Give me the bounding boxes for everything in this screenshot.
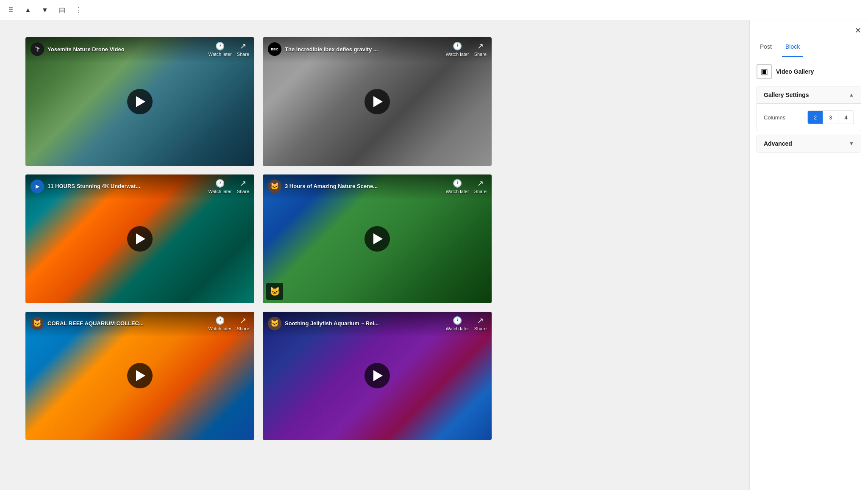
clock-icon: 🕐: [453, 179, 462, 188]
video-actions: 🕐Watch later↗Share: [445, 316, 487, 331]
channel-avatar: 🐱: [31, 317, 44, 330]
main-layout: 🔭Yosemite Nature Drone Video🕐Watch later…: [0, 20, 868, 490]
block-icon: ▣: [757, 64, 772, 79]
share-icon: ↗: [240, 179, 246, 188]
move-down-button[interactable]: ▼: [37, 3, 53, 18]
play-button[interactable]: [364, 89, 390, 114]
watch-later-button[interactable]: 🕐Watch later: [208, 179, 231, 194]
more-icon: ⋮: [75, 6, 82, 14]
video-title: 3 Hours of Amazing Nature Scene...: [285, 183, 378, 189]
watch-later-button[interactable]: 🕐Watch later: [445, 42, 469, 57]
close-sidebar-button[interactable]: ✕: [851, 24, 865, 37]
share-label: Share: [237, 52, 249, 57]
play-button[interactable]: [364, 363, 390, 388]
video-header-yosemite: 🔭Yosemite Nature Drone Video🕐Watch later…: [25, 37, 254, 61]
gallery-settings-header[interactable]: Gallery Settings ▲: [757, 86, 861, 103]
video-actions: 🕐Watch later↗Share: [208, 316, 249, 331]
clock-icon: 🕐: [453, 42, 462, 51]
video-channel: BBCThe incredible ibex defies gravity ..…: [268, 42, 378, 56]
channel-avatar: BBC: [268, 42, 281, 56]
video-header-nature: 🐱3 Hours of Amazing Nature Scene...🕐Watc…: [263, 174, 492, 198]
channel-avatar: 🔭: [31, 42, 44, 56]
watch-later-label: Watch later: [445, 189, 469, 194]
clock-icon: 🕐: [215, 42, 225, 51]
share-button[interactable]: ↗Share: [237, 42, 249, 57]
video-thumb-coral[interactable]: 🐱CORAL REEF AQUARIUM COLLEC...🕐Watch lat…: [25, 312, 254, 440]
gallery-settings-section: Gallery Settings ▲ Columns 2 3 4: [757, 86, 861, 131]
play-button[interactable]: [127, 89, 153, 114]
video-actions: 🕐Watch later↗Share: [445, 42, 487, 57]
share-button[interactable]: ↗Share: [474, 316, 487, 331]
drag-handle[interactable]: ⠿: [3, 3, 19, 18]
share-button[interactable]: ↗Share: [237, 316, 249, 331]
share-label: Share: [474, 52, 487, 57]
gallery-settings-content: Columns 2 3 4: [757, 103, 861, 131]
watch-later-button[interactable]: 🕐Watch later: [445, 316, 469, 331]
gallery-settings-chevron: ▲: [849, 92, 854, 98]
video-header-jellyfish: 🐱Soothing Jellyfish Aquarium ~ Rel...🕐Wa…: [263, 312, 492, 335]
play-button[interactable]: [127, 363, 153, 388]
play-button[interactable]: [127, 226, 153, 252]
share-label: Share: [474, 326, 487, 331]
video-thumb-nature[interactable]: 🐱3 Hours of Amazing Nature Scene...🕐Watc…: [263, 174, 492, 303]
video-title: CORAL REEF AQUARIUM COLLEC...: [47, 320, 144, 327]
watch-later-button[interactable]: 🕐Watch later: [445, 179, 469, 194]
video-thumb-yosemite[interactable]: 🔭Yosemite Nature Drone Video🕐Watch later…: [25, 37, 254, 166]
share-icon: ↗: [477, 42, 484, 51]
share-icon: ↗: [240, 316, 246, 325]
video-title: The incredible ibex defies gravity ...: [285, 46, 378, 53]
video-actions: 🕐Watch later↗Share: [208, 42, 249, 57]
share-button[interactable]: ↗Share: [474, 179, 487, 194]
share-icon: ↗: [477, 316, 484, 325]
share-icon: ↗: [240, 42, 246, 51]
tab-block[interactable]: Block: [782, 37, 803, 57]
video-channel: ▶11 HOURS Stunning 4K Underwat...: [31, 180, 140, 193]
advanced-section-header[interactable]: Advanced ▼: [757, 135, 861, 152]
move-up-icon: ▲: [25, 6, 31, 14]
watch-later-label: Watch later: [208, 189, 231, 194]
watch-later-button[interactable]: 🕐Watch later: [208, 316, 231, 331]
sidebar-header: ✕: [750, 20, 868, 37]
align-icon: ▤: [59, 6, 65, 14]
video-channel: 🐱3 Hours of Amazing Nature Scene...: [268, 180, 378, 193]
video-thumb-underwater[interactable]: ▶11 HOURS Stunning 4K Underwat...🕐Watch …: [25, 174, 254, 303]
content-area: 🔭Yosemite Nature Drone Video🕐Watch later…: [0, 20, 749, 490]
advanced-section-title: Advanced: [764, 140, 792, 147]
share-button[interactable]: ↗Share: [474, 42, 487, 57]
close-icon: ✕: [855, 26, 861, 35]
block-inspector: ▣ Video Gallery Gallery Settings ▲ Colum…: [750, 57, 868, 163]
block-toolbar: ⠿ ▲ ▼ ▤ ⋮: [0, 0, 868, 20]
watch-later-label: Watch later: [445, 326, 469, 331]
align-button[interactable]: ▤: [54, 3, 70, 18]
share-button[interactable]: ↗Share: [237, 179, 249, 194]
video-header-ibex: BBCThe incredible ibex defies gravity ..…: [263, 37, 492, 61]
play-button[interactable]: [364, 226, 390, 252]
channel-avatar: 🐱: [268, 317, 281, 330]
video-title: Soothing Jellyfish Aquarium ~ Rel...: [285, 320, 379, 327]
bottom-channel-logo: 🐱: [266, 283, 283, 300]
video-thumb-jellyfish[interactable]: 🐱Soothing Jellyfish Aquarium ~ Rel...🕐Wa…: [263, 312, 492, 440]
tab-post[interactable]: Post: [757, 37, 775, 57]
block-title-row: ▣ Video Gallery: [757, 64, 861, 79]
columns-3-button[interactable]: 3: [823, 111, 838, 124]
move-down-icon: ▼: [42, 6, 48, 14]
video-channel: 🔭Yosemite Nature Drone Video: [31, 42, 125, 56]
share-icon: ↗: [477, 179, 484, 188]
channel-avatar: 🐱: [268, 180, 281, 193]
watch-later-label: Watch later: [208, 52, 231, 57]
video-actions: 🕐Watch later↗Share: [445, 179, 487, 194]
channel-avatar: ▶: [31, 180, 44, 193]
move-up-button[interactable]: ▲: [20, 3, 36, 18]
share-label: Share: [237, 189, 249, 194]
more-options-button[interactable]: ⋮: [71, 3, 86, 18]
video-header-underwater: ▶11 HOURS Stunning 4K Underwat...🕐Watch …: [25, 174, 254, 198]
columns-buttons: 2 3 4: [807, 111, 854, 124]
video-title: Yosemite Nature Drone Video: [47, 46, 125, 53]
columns-row: Columns 2 3 4: [764, 111, 854, 124]
columns-4-button[interactable]: 4: [838, 111, 854, 124]
watch-later-label: Watch later: [208, 326, 231, 331]
video-thumb-ibex[interactable]: BBCThe incredible ibex defies gravity ..…: [263, 37, 492, 166]
video-gallery: 🔭Yosemite Nature Drone Video🕐Watch later…: [25, 37, 492, 440]
columns-2-button[interactable]: 2: [808, 111, 823, 124]
watch-later-button[interactable]: 🕐Watch later: [208, 42, 231, 57]
